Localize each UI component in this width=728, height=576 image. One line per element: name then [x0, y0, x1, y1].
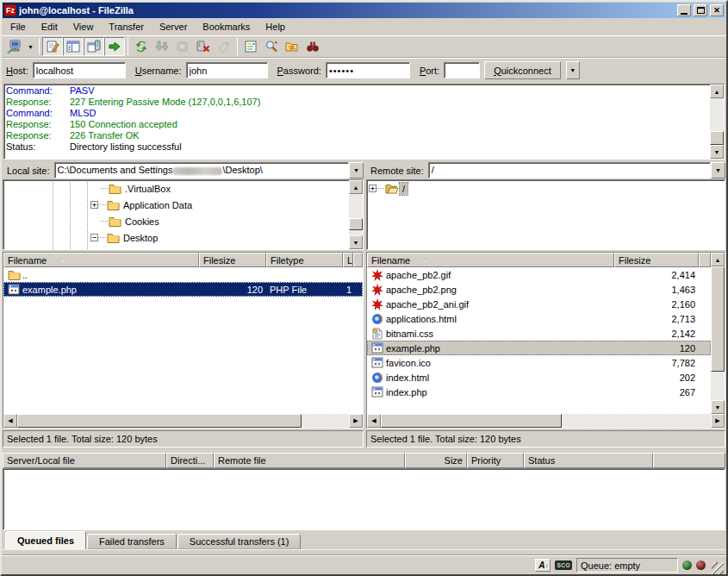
- scroll-track[interactable]: [711, 266, 725, 400]
- tab-failed-transfers[interactable]: Failed transfers: [87, 534, 177, 549]
- local-tree-scrollbar[interactable]: ▲ ▼: [349, 180, 363, 249]
- site-manager-dropdown-button[interactable]: ▼: [25, 37, 36, 56]
- expand-icon[interactable]: +: [90, 201, 98, 209]
- file-row[interactable]: example.php120PHP File1: [3, 282, 363, 297]
- file-row[interactable]: example.php120: [367, 341, 711, 355]
- queue-column-directi[interactable]: Directi...: [166, 453, 214, 468]
- remote-list-hscrollbar[interactable]: ◀ ▶: [367, 414, 725, 428]
- tree-item[interactable]: Cookies: [3, 213, 349, 229]
- refresh-button[interactable]: [131, 37, 152, 56]
- ascii-datatype-icon[interactable]: A:: [535, 559, 551, 572]
- scroll-thumb[interactable]: [349, 218, 363, 230]
- file-name: bitnami.css: [386, 329, 433, 339]
- remote-site-path[interactable]: /: [428, 162, 711, 178]
- scroll-thumb[interactable]: [381, 414, 562, 428]
- remote-list-vscrollbar[interactable]: ▲ ▼: [711, 253, 725, 414]
- quickconnect-dropdown-button[interactable]: ▼: [566, 61, 580, 79]
- tree-item-label: .VirtualBox: [122, 183, 173, 195]
- menu-item-help[interactable]: Help: [258, 20, 293, 34]
- remote-site-combobox[interactable]: / ▼: [428, 162, 725, 178]
- scroll-track[interactable]: [710, 98, 724, 145]
- tree-item[interactable]: −Desktop: [3, 229, 349, 246]
- menu-item-file[interactable]: File: [3, 20, 34, 34]
- menu-item-transfer[interactable]: Transfer: [101, 20, 152, 34]
- menu-item-server[interactable]: Server: [152, 20, 195, 34]
- scroll-down-button[interactable]: ▼: [349, 235, 363, 249]
- toggle-message-log-button[interactable]: [42, 37, 63, 56]
- toggle-transfer-queue-button[interactable]: [104, 37, 125, 56]
- disconnect-button[interactable]: [193, 37, 214, 56]
- file-row[interactable]: apache_pb2.png1,463: [367, 282, 711, 297]
- scroll-down-button[interactable]: ▼: [711, 400, 725, 414]
- scroll-right-button[interactable]: ▶: [349, 414, 363, 428]
- username-input[interactable]: [186, 62, 268, 78]
- column-header-filesize[interactable]: Filesize: [614, 253, 699, 267]
- titlebar[interactable]: Fz john@localhost - FileZilla ✕: [3, 3, 725, 18]
- maximize-button[interactable]: [694, 4, 707, 16]
- port-input[interactable]: [444, 62, 480, 78]
- scroll-up-button[interactable]: ▲: [710, 85, 724, 98]
- menu-item-bookmarks[interactable]: Bookmarks: [195, 20, 258, 34]
- scroll-left-button[interactable]: ◀: [367, 414, 381, 428]
- queue-column-size[interactable]: Size: [405, 453, 467, 468]
- remote-site-dropdown-button[interactable]: ▼: [711, 162, 725, 178]
- resize-grip[interactable]: [712, 562, 724, 574]
- directory-filter-button[interactable]: [240, 37, 261, 56]
- collapse-icon[interactable]: −: [90, 234, 98, 241]
- local-site-combobox[interactable]: C:\Documents and Settings\Desktop\ ▼: [54, 162, 364, 178]
- column-header-filesize[interactable]: Filesize: [199, 253, 266, 267]
- file-row[interactable]: index.php267: [367, 385, 711, 399]
- column-header-filename[interactable]: Filename▲: [367, 253, 614, 267]
- scroll-thumb[interactable]: [710, 131, 724, 145]
- menu-item-edit[interactable]: Edit: [34, 20, 65, 34]
- transfer-queue-body[interactable]: [3, 468, 725, 530]
- tree-item[interactable]: +Application Data: [3, 197, 349, 213]
- close-button[interactable]: ✕: [710, 4, 724, 16]
- file-row[interactable]: index.html202: [367, 370, 711, 385]
- scroll-thumb[interactable]: [711, 266, 725, 372]
- message-log-scrollbar[interactable]: ▲ ▼: [710, 85, 724, 159]
- toggle-local-tree-button[interactable]: [63, 37, 84, 56]
- scroll-up-button[interactable]: ▲: [711, 253, 725, 266]
- scroll-up-button[interactable]: ▲: [349, 180, 363, 194]
- directory-compare-button[interactable]: [261, 37, 282, 56]
- tab-successful-transfers-1-[interactable]: Successful transfers (1): [177, 534, 302, 549]
- queue-column-priority[interactable]: Priority: [467, 453, 524, 468]
- queue-column-serverlocalfile[interactable]: Server/Local file: [3, 453, 166, 468]
- queue-column-remotefile[interactable]: Remote file: [214, 453, 405, 468]
- scroll-down-button[interactable]: ▼: [710, 145, 724, 159]
- speed-limit-icon[interactable]: SCO: [555, 560, 572, 570]
- file-row[interactable]: applications.html2,713: [367, 311, 711, 326]
- menu-item-view[interactable]: View: [65, 20, 102, 34]
- toggle-remote-tree-button[interactable]: [84, 37, 104, 56]
- column-header-filetype[interactable]: Filetype: [266, 253, 343, 267]
- column-header-filename[interactable]: Filename▲: [3, 253, 199, 267]
- host-input[interactable]: [33, 62, 126, 78]
- file-row[interactable]: bitnami.css2,142: [367, 326, 711, 341]
- local-site-dropdown-button[interactable]: ▼: [349, 162, 364, 178]
- tab-queued-files[interactable]: Queued files: [5, 531, 86, 549]
- scroll-right-button[interactable]: ▶: [711, 414, 725, 428]
- queue-column-status[interactable]: Status: [524, 453, 653, 468]
- local-site-path[interactable]: C:\Documents and Settings\Desktop\: [54, 162, 349, 178]
- quickconnect-button[interactable]: Quickconnect: [484, 61, 561, 79]
- minimize-button[interactable]: [677, 4, 691, 16]
- scroll-track[interactable]: [349, 194, 363, 235]
- scroll-track[interactable]: [17, 414, 349, 428]
- scroll-left-button[interactable]: ◀: [3, 414, 17, 428]
- file-row[interactable]: apache_pb2_ani.gif2,160: [367, 297, 711, 311]
- file-row[interactable]: favicon.ico7,782: [367, 355, 711, 370]
- expand-icon[interactable]: +: [369, 185, 376, 192]
- file-search-button[interactable]: [302, 37, 323, 56]
- synchronized-browsing-button[interactable]: [282, 37, 302, 56]
- file-row[interactable]: ..: [3, 267, 363, 282]
- tree-item[interactable]: .VirtualBox: [3, 180, 349, 197]
- local-list-hscrollbar[interactable]: ◀ ▶: [3, 414, 363, 428]
- scroll-track[interactable]: [381, 414, 711, 428]
- password-input[interactable]: [326, 62, 410, 78]
- scroll-thumb[interactable]: [17, 414, 302, 428]
- column-header-l[interactable]: L: [343, 253, 353, 267]
- file-row[interactable]: apache_pb2.gif2,414: [367, 267, 711, 282]
- site-manager-button[interactable]: [4, 37, 25, 56]
- tree-item[interactable]: +/: [367, 180, 725, 197]
